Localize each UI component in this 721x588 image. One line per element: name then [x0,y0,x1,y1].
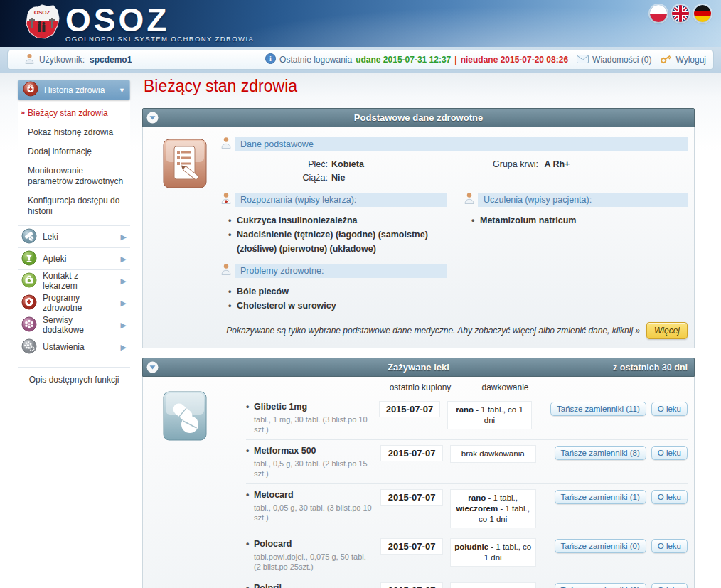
allergy-item: Metamizolum natricum [471,213,688,228]
logout-link[interactable]: Wyloguj [660,53,706,66]
sidebar-item-leki[interactable]: Leki ▶ [18,225,130,247]
content-area: Historia zdrowia ▼ » Bieżący stan zdrowi… [0,73,721,588]
col-header-bought: ostatnio kupiony [388,383,452,392]
first-aid-icon [23,81,38,99]
patient-icon [221,263,231,278]
drug-date: 2015-07-07 [381,583,442,588]
chevron-right-icon: ▶ [121,277,127,286]
services-icon [21,316,37,334]
basic-fields: Płeć: Kobieta Ciąża: Nie Grupa krwi: [221,151,688,192]
sidebar-item-dodaj-informacje[interactable]: Dodaj informację [18,142,130,161]
sidebar-section-label: Historia zdrowia [44,85,105,95]
logout-label: Wyloguj [675,55,706,65]
user-bar-inner: Użytkownik: spcdemo1 i Ostatnie logowani… [7,50,714,70]
drug-desc: tabl., 0,05 g, 30 tabl. (3 blist.po 10 s… [246,503,374,523]
page-title: Bieżący stan zdrowia [144,77,696,96]
chevron-right-icon: ▶ [121,299,127,308]
key-icon [660,53,672,66]
username: spcdemo1 [90,55,132,65]
more-button[interactable]: Więcej [646,322,688,339]
german-flag-icon[interactable] [694,5,711,22]
sidebar-footer-link[interactable]: Opis dostępnych funkcji [18,367,130,392]
problem-item: Bóle pleców [228,284,447,299]
logins-label: Ostatnie logowania [279,55,352,65]
sidebar-section-historia-zdrowia[interactable]: Historia zdrowia ▼ [18,80,130,100]
panel2-body: ostatnio kupiony dawkowanie Glibetic 1mg… [142,377,695,588]
sidebar-item-kontakt-z-lekarzem[interactable]: Kontakt z lekarzem ▶ [18,269,130,292]
svg-text:i: i [269,55,272,63]
drug-date: 2015-07-07 [381,539,442,554]
top-header: OSOZ OSOZ OGÓLNOPOLSKI SYSTEM OCHRO [0,0,721,47]
gear-icon [21,338,37,356]
panel-podstawowe-dane: Podstawowe dane zdrowotne [142,108,695,348]
sidebar-item-biezacy-stan-zdrowia[interactable]: » Bieżący stan zdrowia [18,104,130,123]
sidebar-item-monitorowanie[interactable]: Monitorowanie parametrów zdrowotnych [18,161,130,191]
drug-desc: tabl.powl.dojel., 0,075 g, 50 tabl. (2 b… [246,552,374,572]
info-icon: i [265,53,276,66]
sidebar-item-pokaz-historie[interactable]: Pokaż historię zdrowia [18,123,130,142]
allergies-section: Uczulenia (wpisy pacjenta): Metamizolum … [464,192,688,230]
basic-data-heading: Dane podstawowe [235,137,688,151]
blood-value: A Rh+ [544,159,570,169]
sidebar-item-serwisy-dodatkowe[interactable]: Serwisy dodatkowe ▶ [18,314,130,336]
sex-value: Kobieta [331,158,364,171]
polish-flag-icon[interactable] [650,5,667,22]
notepad-pencil-icon [163,139,207,191]
chevron-right-icon: ▶ [121,343,127,352]
diagnoses-section: Rozpoznania (wpisy lekarza): Cukrzyca in… [221,192,447,259]
pills-big-icon [163,391,207,444]
sidebar-item-programy-zdrowotne[interactable]: Programy zdrowotne ▶ [18,292,130,314]
pregnancy-label: Ciąża: [221,171,328,185]
cheaper-substitutes-button[interactable]: Tańsze zamienniki (0) [555,539,646,553]
doctor-bag-icon [21,272,37,290]
svg-text:OSOZ: OSOZ [34,9,50,16]
diagnosis-item: Nadciśnienie (tętnicze) (łagodne) (samoi… [228,228,447,256]
active-marker-icon: » [21,107,25,118]
problems-section: Problemy zdrowotne: Bóle pleców Choleste… [221,263,447,313]
sidebar-item-konfiguracja-dostepu[interactable]: Konfiguracja dostępu do historii [18,191,130,221]
diagnosis-item: Cukrzyca insulinoniezależna [228,213,447,228]
sex-label: Płeć: [221,158,328,171]
patient-icon [221,137,231,151]
panel1-title: Podstawowe dane zdrowotne [143,112,694,123]
chevron-right-icon: ▶ [121,321,127,330]
panel2-header: Zażywane leki z ostatnich 30 dni [142,358,695,377]
problem-item: Cholesterol w surowicy [228,299,447,313]
user-info: Użytkownik: spcdemo1 [25,53,132,66]
sidebar-item-ustawienia[interactable]: Ustawienia ▶ [18,336,130,358]
drug-row-polpril: Polpril kaps.twarde, 0,01 g, 28 kaps. (4… [246,577,688,588]
pills-icon [21,228,37,246]
drug-date: 2015-07-07 [381,490,442,505]
about-drug-button[interactable]: O leku [651,539,688,553]
main-column: Bieżący stan zdrowia Podstawowe dane zdr… [142,77,696,588]
drug-dosage: brak dawkowania [451,446,535,462]
about-drug-button[interactable]: O leku [651,402,688,416]
drug-name: Glibetic 1mg [246,402,373,412]
logo-text-wrap: OSOZ OGÓLNOPOLSKI SYSTEM OCHRONY ZDROWIA [65,5,254,43]
panel1-header: Podstawowe dane zdrowotne [142,108,695,127]
about-drug-button[interactable]: O leku [651,446,688,460]
cheaper-substitutes-button[interactable]: Tańsze zamienniki (0) [555,583,646,588]
poland-map-icon: OSOZ [21,2,63,46]
drugs-column-headers: ostatnio kupiony dawkowanie [246,383,688,392]
drug-name: Metformax 500 [246,446,374,456]
doctor-icon [221,192,231,207]
drug-desc: tabl., 0,5 g, 30 tabl. (2 blist.po 15 sz… [246,459,374,479]
logo-wordmark: OSOZ [65,5,254,35]
messages-link[interactable]: Wiadomości (0) [577,55,651,65]
drug-dosage: rano - 1 tabl., co 1 dni [451,583,535,588]
about-drug-button[interactable]: O leku [651,583,688,588]
shield-icon [21,294,37,312]
collapse-arrow-icon[interactable] [146,361,159,373]
cheaper-substitutes-button[interactable]: Tańsze zamienniki (11) [550,402,646,416]
cheaper-substitutes-button[interactable]: Tańsze zamienniki (8) [555,446,646,460]
collapse-arrow-icon[interactable] [146,112,159,124]
british-flag-icon[interactable] [672,5,689,22]
panel1-content: Dane podstawowe Płeć: Kobieta Ciąża: [221,127,688,348]
cheaper-substitutes-button[interactable]: Tańsze zamienniki (1) [555,490,646,504]
about-drug-button[interactable]: O leku [651,490,688,504]
sidebar-item-apteki[interactable]: Apteki ▶ [18,247,130,269]
problems-heading: Problemy zdrowotne: [235,264,447,278]
drug-row-polocard: Polocard tabl.powl.dojel., 0,075 g, 50 t… [246,533,688,577]
chevron-right-icon: ▶ [121,255,127,264]
